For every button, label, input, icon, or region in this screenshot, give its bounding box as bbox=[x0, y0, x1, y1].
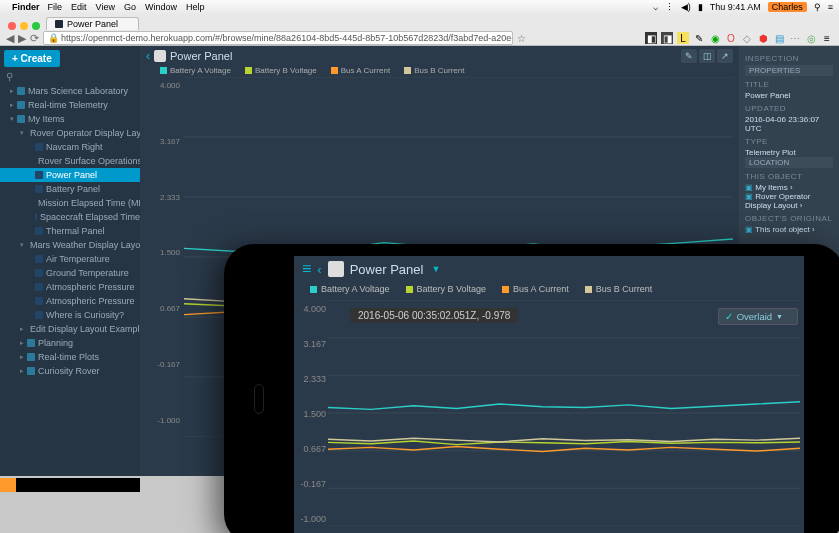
back-chevron-icon[interactable]: ‹ bbox=[146, 49, 150, 63]
legend-item[interactable]: Bus A Current bbox=[502, 284, 569, 294]
bookmark-icon[interactable]: ☆ bbox=[517, 33, 526, 44]
mobile-y-labels: 4.0003.1672.3331.5000.667-0.167-1.000 bbox=[296, 300, 326, 526]
legend-item[interactable]: Bus A Current bbox=[331, 66, 390, 75]
favicon-icon bbox=[55, 20, 63, 28]
sidebar-item[interactable]: Rover Surface Operations bbox=[0, 154, 140, 168]
plot-icon bbox=[328, 261, 344, 277]
updated-label: UPDATED bbox=[745, 104, 833, 113]
legend-item[interactable]: Battery A Voltage bbox=[160, 66, 231, 75]
sidebar-item[interactable]: Ground Temperature bbox=[0, 266, 140, 280]
forward-button[interactable]: ▶ bbox=[18, 32, 26, 45]
edit-button[interactable]: ✎ bbox=[681, 49, 697, 63]
ext-icon[interactable]: ◇ bbox=[741, 32, 753, 44]
sidebar-item[interactable]: Navcam Right bbox=[0, 140, 140, 154]
sidebar-item[interactable]: ▸Mars Science Laboratory bbox=[0, 84, 140, 98]
menu-file[interactable]: File bbox=[48, 2, 63, 12]
sidebar-item[interactable]: Battery Panel bbox=[0, 182, 140, 196]
reload-button[interactable]: ⟳ bbox=[30, 32, 39, 45]
sidebar-item[interactable]: ▸Real-time Telemetry bbox=[0, 98, 140, 112]
location-link[interactable]: ▣ Rover Operator Display Layout › bbox=[745, 192, 833, 210]
user-menu[interactable]: Charles bbox=[768, 2, 807, 12]
chrome-menu-icon[interactable]: ≡ bbox=[821, 32, 833, 44]
battery-icon[interactable]: ▮ bbox=[698, 2, 703, 12]
search-icon[interactable]: ⚲ bbox=[6, 71, 13, 82]
location-section[interactable]: LOCATION bbox=[745, 157, 833, 168]
sidebar-item[interactable]: Thermal Panel bbox=[0, 224, 140, 238]
bluetooth-icon[interactable]: ⌵ bbox=[653, 2, 658, 12]
breadcrumb: ‹ Power Panel ✎ ◫ ↗ bbox=[140, 46, 739, 66]
mobile-legend: Battery A VoltageBattery B VoltageBus A … bbox=[294, 282, 804, 296]
sidebar-item[interactable]: ▸Real-time Plots bbox=[0, 350, 140, 364]
legend-item[interactable]: Bus B Current bbox=[404, 66, 464, 75]
close-icon[interactable] bbox=[8, 22, 16, 30]
sidebar-item[interactable]: Atmospheric Pressure bbox=[0, 280, 140, 294]
ext-icon[interactable]: ◉ bbox=[709, 32, 721, 44]
wifi-icon[interactable]: ⋮ bbox=[665, 2, 674, 12]
url-text: https://openmct-demo.herokuapp.com/#/bro… bbox=[61, 33, 513, 43]
phone-speaker bbox=[254, 384, 264, 414]
sidebar-item[interactable]: ▸Planning bbox=[0, 336, 140, 350]
ext-icon[interactable]: ⬢ bbox=[757, 32, 769, 44]
mobile-plot[interactable]: 4.0003.1672.3331.5000.667-0.167-1.000 ..… bbox=[294, 300, 804, 533]
url-input[interactable]: 🔒 https://openmct-demo.herokuapp.com/#/b… bbox=[43, 31, 513, 45]
zoom-icon[interactable] bbox=[32, 22, 40, 30]
ext-icon[interactable]: O bbox=[725, 32, 737, 44]
sidebar-item[interactable]: Power Panel bbox=[0, 168, 140, 182]
mobile-title: Power Panel bbox=[350, 262, 424, 277]
menu-app-name[interactable]: Finder bbox=[12, 2, 40, 12]
back-chevron-icon[interactable]: ‹ bbox=[317, 262, 321, 277]
ext-icon[interactable]: ◧ bbox=[645, 32, 657, 44]
sidebar-item[interactable]: Atmospheric Pressure bbox=[0, 294, 140, 308]
notification-icon[interactable]: ≡ bbox=[828, 2, 833, 12]
sidebar-item[interactable]: ▸Curiosity Rover bbox=[0, 364, 140, 378]
create-button[interactable]: + Create bbox=[4, 50, 60, 67]
properties-section[interactable]: PROPERTIES bbox=[745, 65, 833, 76]
legend-item[interactable]: Battery A Voltage bbox=[310, 284, 390, 294]
original-label: OBJECT'S ORIGINAL bbox=[745, 214, 833, 223]
back-button[interactable]: ◀ bbox=[6, 32, 14, 45]
sidebar-item[interactable]: ▾Mars Weather Display Layout bbox=[0, 238, 140, 252]
ext-icon[interactable]: ◎ bbox=[805, 32, 817, 44]
menu-edit[interactable]: Edit bbox=[71, 2, 87, 12]
new-window-button[interactable]: ↗ bbox=[717, 49, 733, 63]
sidebar-item[interactable]: Where is Curiosity? bbox=[0, 308, 140, 322]
object-tree: ▸Mars Science Laboratory▸Real-time Telem… bbox=[0, 82, 140, 380]
mobile-screen: ≡ ‹ Power Panel ▼ Battery A VoltageBatte… bbox=[294, 256, 804, 533]
plot-legend: Battery A VoltageBattery B VoltageBus A … bbox=[140, 66, 739, 77]
sidebar-item[interactable]: Air Temperature bbox=[0, 252, 140, 266]
ext-icon[interactable]: ◨ bbox=[661, 32, 673, 44]
menu-help[interactable]: Help bbox=[186, 2, 205, 12]
minimize-icon[interactable] bbox=[20, 22, 28, 30]
ext-icon[interactable]: ✎ bbox=[693, 32, 705, 44]
menu-window[interactable]: Window bbox=[145, 2, 177, 12]
legend-item[interactable]: Battery B Voltage bbox=[406, 284, 487, 294]
spotlight-icon[interactable]: ⚲ bbox=[814, 2, 821, 12]
type-value: Telemetry Plot bbox=[745, 148, 833, 157]
layout-button[interactable]: ◫ bbox=[699, 49, 715, 63]
ext-icon[interactable]: ▤ bbox=[773, 32, 785, 44]
legend-item[interactable]: Battery B Voltage bbox=[245, 66, 317, 75]
sidebar-item[interactable]: ▾My Items bbox=[0, 112, 140, 126]
ext-icon[interactable]: ⋯ bbox=[789, 32, 801, 44]
hamburger-icon[interactable]: ≡ bbox=[302, 260, 311, 278]
sidebar-item[interactable]: ▸Edit Display Layout Example bbox=[0, 322, 140, 336]
location-link[interactable]: ▣ My Items › bbox=[745, 183, 833, 192]
menu-view[interactable]: View bbox=[96, 2, 115, 12]
window-controls[interactable] bbox=[6, 18, 46, 30]
sidebar-item[interactable]: Mission Elapsed Time (MET) bbox=[0, 196, 140, 210]
chevron-down-icon[interactable]: ▼ bbox=[431, 264, 440, 274]
location-link[interactable]: ▣ This root object › bbox=[745, 225, 833, 234]
browser-tab[interactable]: Power Panel bbox=[46, 17, 139, 30]
inspector-header: INSPECTION bbox=[745, 54, 833, 63]
volume-icon[interactable]: ◀) bbox=[681, 2, 691, 12]
updated-value: 2016-04-06 23:36:07 UTC bbox=[745, 115, 833, 133]
sidebar-item[interactable]: Spacecraft Elapsed Time bbox=[0, 210, 140, 224]
tab-title: Power Panel bbox=[67, 19, 118, 29]
menu-go[interactable]: Go bbox=[124, 2, 136, 12]
clock[interactable]: Thu 9:41 AM bbox=[710, 2, 761, 12]
legend-item[interactable]: Bus B Current bbox=[585, 284, 653, 294]
sidebar-item[interactable]: ▾Rover Operator Display Layout bbox=[0, 126, 140, 140]
ext-icon[interactable]: L bbox=[677, 32, 689, 44]
title-value: Power Panel bbox=[745, 91, 833, 100]
browser-chrome: Power Panel ◀ ▶ ⟳ 🔒 https://openmct-demo… bbox=[0, 14, 839, 46]
